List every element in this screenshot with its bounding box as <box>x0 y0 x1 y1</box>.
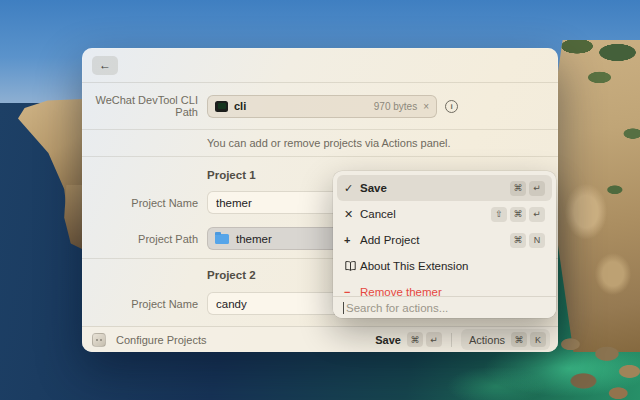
description-text: You can add or remove projects via Actio… <box>207 137 451 149</box>
footer-divider <box>451 333 452 347</box>
return-key-icon: ↵ <box>426 332 442 347</box>
info-icon[interactable]: i <box>445 100 458 113</box>
n-key-icon: N <box>529 233 545 248</box>
save-label: Save <box>375 334 401 346</box>
folder-icon <box>215 234 229 244</box>
actions-button[interactable]: Actions ⌘ K <box>461 329 550 350</box>
shift-key-icon: ⇧ <box>491 207 507 222</box>
cmd-key-icon: ⌘ <box>511 332 527 347</box>
plus-icon: + <box>344 234 360 246</box>
back-arrow-icon: ← <box>99 59 111 71</box>
cmd-key-icon: ⌘ <box>407 332 423 347</box>
close-icon: ✕ <box>344 208 360 221</box>
cli-file-size: 970 bytes <box>374 101 417 112</box>
project2-header: Project 2 <box>207 269 256 281</box>
extension-title: Configure Projects <box>116 334 207 346</box>
desktop: ← WeChat DevTool CLI Path cli 970 bytes … <box>0 0 640 400</box>
action-item-save[interactable]: ✓ Save ⌘ ↵ <box>337 175 552 201</box>
search-placeholder: Search for actions... <box>346 302 448 314</box>
description-row: You can add or remove projects via Actio… <box>82 130 558 156</box>
divider <box>82 156 558 157</box>
back-button[interactable]: ← <box>92 56 118 75</box>
actions-list: ✓ Save ⌘ ↵ ✕ Cancel ⇧ ⌘ ↵ + Add Project <box>337 175 552 296</box>
remove-file-icon[interactable]: × <box>423 101 429 112</box>
cli-file-name: cli <box>234 100 246 112</box>
project1-path-value: themer <box>236 233 272 245</box>
cmd-key-icon: ⌘ <box>510 207 526 222</box>
project-name-label: Project Name <box>82 298 198 310</box>
window-footer: Configure Projects Save ⌘ ↵ Actions ⌘ K <box>82 326 558 352</box>
check-icon: ✓ <box>344 182 360 195</box>
action-item-cancel[interactable]: ✕ Cancel ⇧ ⌘ ↵ <box>337 201 552 227</box>
cli-path-row: WeChat DevTool CLI Path cli 970 bytes × … <box>82 83 558 129</box>
minus-icon: − <box>344 286 360 296</box>
project-name-label: Project Name <box>82 197 198 209</box>
extension-icon <box>92 333 106 347</box>
return-key-icon: ↵ <box>529 181 545 196</box>
open-book-icon <box>344 260 360 272</box>
save-button[interactable]: Save ⌘ ↵ <box>375 332 442 347</box>
cli-path-label: WeChat DevTool CLI Path <box>82 94 198 118</box>
text-cursor <box>343 302 344 314</box>
return-key-icon: ↵ <box>529 207 545 222</box>
cmd-key-icon: ⌘ <box>510 181 526 196</box>
k-key-icon: K <box>530 332 546 347</box>
action-item-remove-themer[interactable]: − Remove themer <box>337 279 552 296</box>
project1-header: Project 1 <box>207 169 256 181</box>
actions-label: Actions <box>469 334 505 346</box>
wallpaper-boulders <box>553 332 640 400</box>
project-path-label: Project Path <box>82 233 198 245</box>
action-item-add-project[interactable]: + Add Project ⌘ N <box>337 227 552 253</box>
window-header: ← <box>82 48 558 83</box>
actions-search-field[interactable]: Search for actions... <box>333 296 556 318</box>
action-item-about[interactable]: About This Extension <box>337 253 552 279</box>
actions-panel: ✓ Save ⌘ ↵ ✕ Cancel ⇧ ⌘ ↵ + Add Project <box>333 171 556 318</box>
cli-file-chip[interactable]: cli 970 bytes × <box>207 95 437 118</box>
terminal-icon <box>215 101 228 112</box>
cmd-key-icon: ⌘ <box>510 233 526 248</box>
